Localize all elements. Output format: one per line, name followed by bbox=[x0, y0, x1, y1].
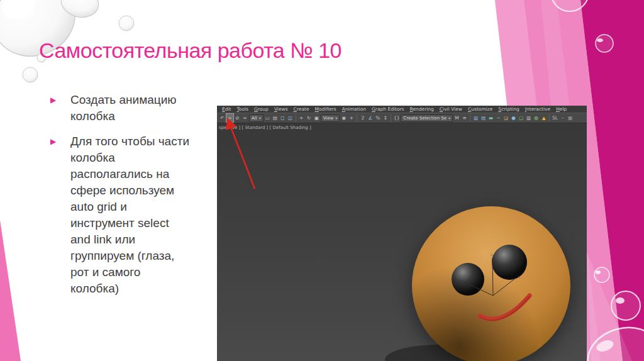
menu-edit[interactable]: Edit bbox=[222, 106, 231, 112]
bullet-text: Создать анимацию колобка bbox=[70, 92, 192, 125]
bullet-marker-icon: ▶ bbox=[50, 133, 70, 297]
align-icon[interactable]: ≡ bbox=[461, 114, 468, 122]
slide-title: Самостоятельная работа № 10 bbox=[39, 36, 341, 64]
edit-named-selection-sets-icon[interactable]: {} bbox=[393, 114, 400, 122]
menu-modifiers[interactable]: Modifiers bbox=[315, 106, 336, 112]
undo-icon[interactable]: ↶ bbox=[219, 114, 226, 122]
menu-views[interactable]: Views bbox=[274, 106, 288, 112]
axis-gizmo bbox=[464, 258, 516, 296]
bind-to-space-warp-icon[interactable]: ≈ bbox=[242, 114, 248, 122]
menu-rendering[interactable]: Rendering bbox=[410, 106, 434, 112]
reference-coordinate-dropdown[interactable]: View▾ bbox=[321, 114, 340, 122]
toolbar-separator bbox=[296, 114, 296, 122]
bullet-marker-icon: ▶ bbox=[50, 92, 70, 125]
bullet-text: Для того чтобы части колобка располагали… bbox=[70, 133, 192, 297]
presentation-slide: Самостоятельная работа № 10 ▶ Создать ан… bbox=[0, 0, 644, 361]
chevron-down-icon: ▾ bbox=[335, 116, 337, 120]
kolobok-smile bbox=[480, 296, 530, 319]
select-object-icon[interactable]: ▭ bbox=[264, 114, 271, 122]
menu-create[interactable]: Create bbox=[294, 106, 309, 112]
gizmo-x-label: x bbox=[518, 274, 520, 279]
rect-selection-region-icon[interactable]: ◻ bbox=[279, 114, 286, 122]
select-and-link-icon[interactable]: ∞ bbox=[226, 114, 233, 122]
schematic-view-icon[interactable]: ◲ bbox=[502, 114, 509, 122]
bullet-list: ▶ Создать анимацию колобка ▶ Для того чт… bbox=[50, 92, 204, 306]
rendered-frame-icon[interactable]: ▥ bbox=[525, 114, 532, 122]
chevron-down-icon: ▾ bbox=[448, 116, 450, 120]
ribbon-toggle-icon[interactable]: ▬ bbox=[487, 114, 494, 122]
render-setup-icon[interactable]: ▢ bbox=[518, 114, 525, 122]
select-and-manipulate-icon[interactable]: + bbox=[348, 114, 355, 122]
curve-editor-icon[interactable]: ~ bbox=[495, 114, 502, 122]
angle-snap-icon[interactable]: ∠ bbox=[367, 114, 374, 122]
layer-explorer-icon[interactable]: ▤ bbox=[480, 114, 487, 122]
menu-graph-editors[interactable]: Graph Editors bbox=[372, 106, 404, 112]
select-and-rotate-icon[interactable]: ↻ bbox=[306, 114, 313, 122]
gizmo-z-label: z bbox=[491, 252, 492, 257]
bullet-item: ▶ Создать анимацию колобка bbox=[50, 92, 204, 125]
select-and-move-icon[interactable]: + bbox=[298, 114, 305, 122]
snap-toggle-2d-icon[interactable]: 2 bbox=[359, 114, 366, 122]
toolbar-separator bbox=[357, 114, 357, 122]
toolbar-separator bbox=[549, 114, 550, 122]
menu-tools[interactable]: Tools bbox=[237, 106, 248, 112]
selection-filter-dropdown[interactable]: All▾ bbox=[249, 114, 264, 122]
select-and-scale-icon[interactable]: ▣ bbox=[313, 114, 320, 122]
select-by-name-icon[interactable]: ▤ bbox=[272, 114, 279, 122]
menu-interactive[interactable]: Interactive bbox=[525, 106, 550, 112]
menu-group[interactable]: Group bbox=[254, 106, 269, 112]
window-crossing-icon[interactable]: ◫ bbox=[287, 114, 294, 122]
viewport-label: spective ] [ Standard ] [ Default Shadin… bbox=[219, 125, 311, 130]
chevron-down-icon: ▾ bbox=[259, 116, 261, 120]
menu-help[interactable]: Help bbox=[556, 106, 567, 112]
warning-icon[interactable]: ▲ bbox=[540, 114, 547, 122]
3dsmax-screenshot: EditToolsGroupViewsCreateModifiersAnimat… bbox=[217, 106, 587, 361]
face-overlay: z x bbox=[217, 123, 587, 361]
menu-animation[interactable]: Animation bbox=[342, 106, 366, 112]
toolbar-separator bbox=[391, 114, 391, 122]
named-selection-sets-dropdown[interactable]: Create Selection Se▾ bbox=[401, 114, 453, 122]
dash-icon[interactable]: – bbox=[559, 114, 566, 122]
bullet-item: ▶ Для того чтобы части колобка располага… bbox=[50, 133, 204, 297]
end-box-icon[interactable]: ▦ bbox=[567, 114, 574, 122]
use-pivot-center-icon[interactable]: ◉ bbox=[340, 114, 347, 122]
toolbar-separator bbox=[470, 114, 470, 122]
viewport: spective ] [ Standard ] [ Default Shadin… bbox=[217, 123, 587, 361]
menu-bar: EditToolsGroupViewsCreateModifiersAnimat… bbox=[217, 106, 587, 113]
sl-badge-icon[interactable]: SL bbox=[552, 114, 558, 122]
scene-explorer-icon[interactable]: ▥ bbox=[472, 114, 479, 122]
menu-scripting[interactable]: Scripting bbox=[498, 106, 519, 112]
unlink-selection-icon[interactable]: ⊘ bbox=[234, 114, 241, 122]
menu-customize[interactable]: Customize bbox=[468, 106, 492, 112]
spinner-snap-icon[interactable]: ↕ bbox=[382, 114, 389, 122]
material-editor-icon[interactable]: ● bbox=[510, 114, 517, 122]
toolbar: ↶∞⊘≈All▾▭▤◻◫+↻▣View▾◉+2∠%↕{}Create Selec… bbox=[217, 113, 587, 123]
render-production-icon[interactable]: ◍ bbox=[533, 114, 540, 122]
mirror-icon[interactable]: M bbox=[453, 114, 460, 122]
percent-snap-icon[interactable]: % bbox=[374, 114, 381, 122]
menu-civil-view[interactable]: Civil View bbox=[440, 106, 462, 112]
